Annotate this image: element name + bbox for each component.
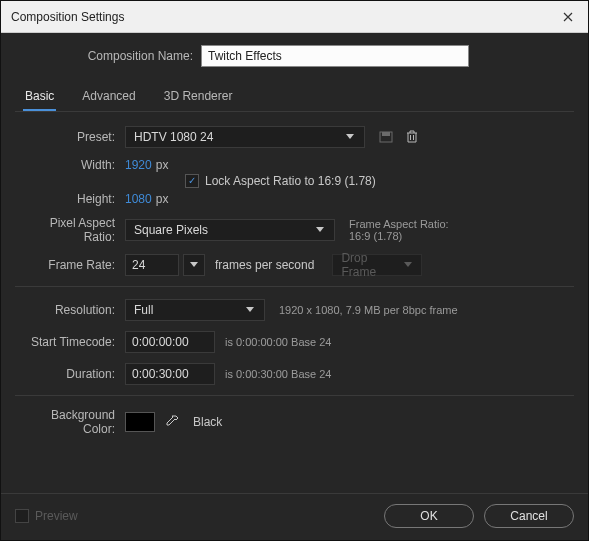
par-value: Square Pixels bbox=[134, 223, 208, 237]
cancel-button[interactable]: Cancel bbox=[484, 504, 574, 528]
comp-name-input[interactable] bbox=[201, 45, 469, 67]
height-label: Height: bbox=[21, 192, 125, 206]
basic-panel: Preset: HDTV 1080 24 Width: 1920 px bbox=[15, 126, 574, 446]
comp-name-label: Composition Name: bbox=[15, 49, 201, 63]
start-tc-label: Start Timecode: bbox=[21, 335, 125, 349]
width-unit: px bbox=[156, 158, 169, 172]
tab-basic[interactable]: Basic bbox=[23, 83, 56, 111]
trash-icon bbox=[406, 130, 418, 144]
resolution-label: Resolution: bbox=[21, 303, 125, 317]
save-preset-icon bbox=[379, 131, 393, 143]
resolution-row: Resolution: Full 1920 x 1080, 7.9 MB per… bbox=[21, 299, 568, 321]
far-block: Frame Aspect Ratio: 16:9 (1.78) bbox=[349, 218, 449, 242]
fps-label: Frame Rate: bbox=[21, 258, 125, 272]
duration-row: Duration: is 0:00:30:00 Base 24 bbox=[21, 363, 568, 385]
chevron-down-icon bbox=[316, 227, 326, 233]
bg-color-name: Black bbox=[193, 415, 222, 429]
tabs: Basic Advanced 3D Renderer bbox=[15, 83, 574, 112]
chevron-down-icon bbox=[246, 307, 256, 313]
chevron-down-icon bbox=[346, 134, 356, 140]
preview-checkbox bbox=[15, 509, 29, 523]
fps-row: Frame Rate: frames per second Drop Frame bbox=[21, 254, 568, 276]
bg-color-swatch[interactable] bbox=[125, 412, 155, 432]
chevron-down-icon bbox=[404, 262, 414, 268]
duration-label: Duration: bbox=[21, 367, 125, 381]
bg-row: Background Color: Black bbox=[21, 408, 568, 436]
comp-name-row: Composition Name: bbox=[15, 45, 574, 67]
height-input[interactable]: 1080 bbox=[125, 192, 152, 206]
divider bbox=[15, 286, 574, 287]
lock-aspect-row: Lock Aspect Ratio to 16:9 (1.78) bbox=[21, 174, 568, 188]
par-row: Pixel Aspect Ratio: Square Pixels Frame … bbox=[21, 216, 568, 244]
lock-aspect-checkbox[interactable] bbox=[185, 174, 199, 188]
chevron-down-icon bbox=[190, 262, 198, 268]
far-value: 16:9 (1.78) bbox=[349, 230, 449, 242]
svg-rect-0 bbox=[380, 132, 392, 142]
height-unit: px bbox=[156, 192, 169, 206]
preset-row: Preset: HDTV 1080 24 bbox=[21, 126, 568, 148]
close-button[interactable] bbox=[558, 7, 578, 27]
duration-input[interactable] bbox=[125, 363, 215, 385]
duration-hint: is 0:00:30:00 Base 24 bbox=[225, 368, 331, 380]
preset-value: HDTV 1080 24 bbox=[134, 130, 213, 144]
far-label: Frame Aspect Ratio: bbox=[349, 218, 449, 230]
footer-buttons: OK Cancel bbox=[384, 504, 574, 528]
start-tc-input[interactable] bbox=[125, 331, 215, 353]
height-row: Height: 1080 px bbox=[21, 192, 568, 206]
close-icon bbox=[563, 12, 573, 22]
svg-rect-1 bbox=[382, 132, 390, 136]
drop-frame-value: Drop Frame bbox=[341, 251, 403, 279]
divider bbox=[15, 395, 574, 396]
width-input[interactable]: 1920 bbox=[125, 158, 152, 172]
resolution-info: 1920 x 1080, 7.9 MB per 8bpc frame bbox=[279, 304, 458, 316]
width-label: Width: bbox=[21, 158, 125, 172]
preview-block: Preview bbox=[15, 509, 78, 523]
eyedropper-button[interactable] bbox=[161, 411, 183, 433]
start-tc-row: Start Timecode: is 0:00:00:00 Base 24 bbox=[21, 331, 568, 353]
lock-aspect-label: Lock Aspect Ratio to 16:9 (1.78) bbox=[205, 174, 376, 188]
ok-button[interactable]: OK bbox=[384, 504, 474, 528]
dialog-body: Composition Name: Basic Advanced 3D Rend… bbox=[1, 33, 588, 493]
footer: Preview OK Cancel bbox=[1, 493, 588, 540]
preview-label: Preview bbox=[35, 509, 78, 523]
delete-preset-button[interactable] bbox=[401, 126, 423, 148]
fps-stepper[interactable] bbox=[183, 254, 205, 276]
dialog-title: Composition Settings bbox=[11, 10, 124, 24]
preset-dropdown[interactable]: HDTV 1080 24 bbox=[125, 126, 365, 148]
par-label: Pixel Aspect Ratio: bbox=[21, 216, 125, 244]
start-tc-hint: is 0:00:00:00 Base 24 bbox=[225, 336, 331, 348]
resolution-value: Full bbox=[134, 303, 153, 317]
preset-label: Preset: bbox=[21, 130, 125, 144]
composition-settings-dialog: Composition Settings Composition Name: B… bbox=[0, 0, 589, 541]
resolution-dropdown[interactable]: Full bbox=[125, 299, 265, 321]
save-preset-button[interactable] bbox=[375, 126, 397, 148]
titlebar: Composition Settings bbox=[1, 1, 588, 33]
drop-frame-dropdown: Drop Frame bbox=[332, 254, 422, 276]
eyedropper-icon bbox=[165, 415, 179, 429]
fps-input[interactable] bbox=[125, 254, 179, 276]
fps-suffix: frames per second bbox=[215, 258, 314, 272]
tab-advanced[interactable]: Advanced bbox=[80, 83, 137, 111]
tab-3d-renderer[interactable]: 3D Renderer bbox=[162, 83, 235, 111]
width-row: Width: 1920 px bbox=[21, 158, 568, 172]
bg-label: Background Color: bbox=[21, 408, 125, 436]
par-dropdown[interactable]: Square Pixels bbox=[125, 219, 335, 241]
